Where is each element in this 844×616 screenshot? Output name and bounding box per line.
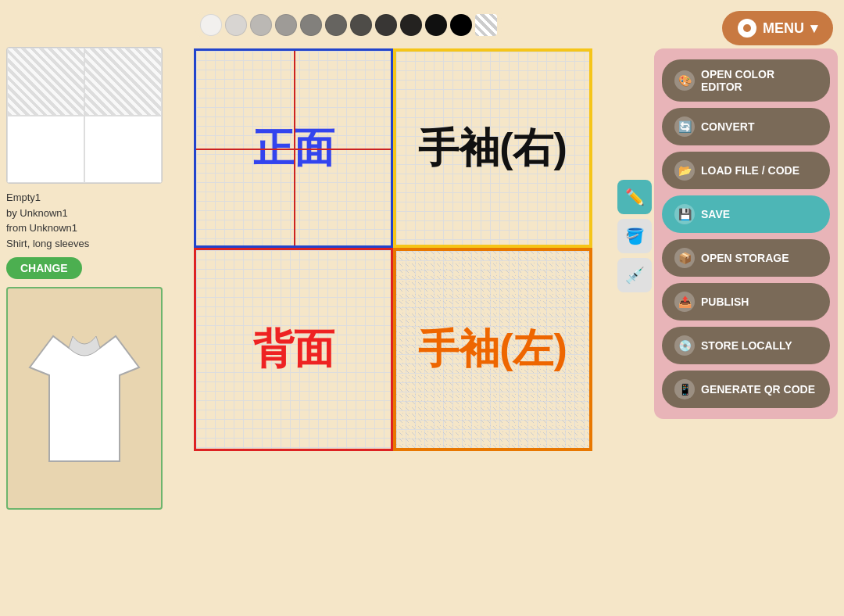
- store-locally-icon: 💿: [674, 335, 695, 356]
- change-label: CHANGE: [20, 262, 68, 274]
- store-locally-label: STORE LOCALLY: [701, 339, 792, 352]
- convert-icon: 🔄: [674, 116, 695, 137]
- sleeve-left-grid: [396, 251, 589, 448]
- front-cross-v: [294, 51, 295, 245]
- change-button[interactable]: CHANGE: [6, 257, 82, 279]
- color-editor-icon: 🎨: [674, 70, 695, 91]
- eyedropper-tool[interactable]: 💉: [617, 258, 652, 292]
- item-name: Empty1: [6, 190, 182, 206]
- generate-qr-button[interactable]: 📱 GENERATE QR CODE: [662, 371, 830, 408]
- open-color-editor-label: OPEN COLOR EDITOR: [701, 68, 817, 93]
- menu-label: MENU: [763, 20, 804, 37]
- item-by: by Unknown1: [6, 206, 182, 221]
- save-button[interactable]: 💾 SAVE: [662, 195, 830, 233]
- menu-button[interactable]: MENU ▾: [722, 11, 833, 45]
- menu-icon: [738, 19, 756, 38]
- palette-color-11[interactable]: [450, 14, 472, 36]
- pencil-icon: ✏️: [625, 188, 645, 206]
- sleeve-right-panel[interactable]: 手袖(右): [393, 48, 592, 248]
- item-type: Shirt, long sleeves: [6, 236, 182, 252]
- front-panel[interactable]: 正面: [194, 48, 393, 248]
- sidebar: Empty1 by Unknown1 from Unknown1 Shirt, …: [6, 47, 182, 510]
- preview-q1: [7, 48, 84, 116]
- load-file-icon: 📂: [674, 160, 695, 181]
- shirt-preview: [6, 287, 163, 510]
- open-color-editor-button[interactable]: 🎨 OPEN COLOR EDITOR: [662, 59, 830, 102]
- palette-color-2[interactable]: [225, 14, 247, 36]
- open-storage-label: OPEN STORAGE: [701, 252, 789, 264]
- pencil-tool[interactable]: ✏️: [617, 180, 652, 214]
- shirt-svg: [22, 321, 147, 477]
- item-from: from Unknown1: [6, 220, 182, 236]
- open-storage-icon: 📦: [674, 248, 695, 268]
- tools-bar: ✏️ 🪣 💉: [617, 180, 652, 292]
- item-preview: [6, 47, 163, 184]
- right-panel: 🎨 OPEN COLOR EDITOR 🔄 CONVERT 📂 LOAD FIL…: [654, 48, 838, 419]
- palette-color-10[interactable]: [425, 14, 447, 36]
- palette-color-4[interactable]: [275, 14, 297, 36]
- palette-color-3[interactable]: [250, 14, 272, 36]
- palette-stripe[interactable]: [475, 14, 497, 36]
- publish-icon: 📤: [674, 292, 695, 312]
- publish-button[interactable]: 📤 PUBLISH: [662, 283, 830, 321]
- palette-color-7[interactable]: [350, 14, 372, 36]
- menu-arrow: ▾: [810, 20, 817, 37]
- load-file-label: LOAD FILE / CODE: [701, 164, 799, 177]
- item-info: Empty1 by Unknown1 from Unknown1 Shirt, …: [6, 190, 182, 251]
- store-locally-button[interactable]: 💿 STORE LOCALLY: [662, 327, 830, 364]
- canvas-area: 正面 手袖(右) 背面 手袖(左): [194, 48, 608, 467]
- palette-color-1[interactable]: [200, 14, 222, 36]
- palette-color-5[interactable]: [300, 14, 322, 36]
- sleeve-left-panel[interactable]: 手袖(左): [393, 248, 592, 451]
- palette-bar: [194, 11, 503, 39]
- open-storage-button[interactable]: 📦 OPEN STORAGE: [662, 239, 830, 277]
- save-icon: 💾: [674, 204, 695, 224]
- preview-q2: [84, 48, 162, 116]
- convert-button[interactable]: 🔄 CONVERT: [662, 108, 830, 145]
- generate-qr-label: GENERATE QR CODE: [701, 383, 815, 396]
- fill-tool[interactable]: 🪣: [617, 219, 652, 253]
- save-label: SAVE: [701, 208, 730, 220]
- palette-color-8[interactable]: [375, 14, 397, 36]
- generate-qr-icon: 📱: [674, 379, 695, 399]
- back-panel[interactable]: 背面: [194, 248, 393, 451]
- fill-icon: 🪣: [625, 227, 645, 245]
- preview-q4: [84, 116, 162, 184]
- palette-color-9[interactable]: [400, 14, 422, 36]
- convert-label: CONVERT: [701, 120, 754, 133]
- back-grid: [196, 250, 391, 449]
- sleeve-right-grid: [396, 52, 589, 245]
- publish-label: PUBLISH: [701, 295, 749, 308]
- eyedropper-icon: 💉: [625, 266, 645, 285]
- palette-color-6[interactable]: [325, 14, 347, 36]
- load-file-button[interactable]: 📂 LOAD FILE / CODE: [662, 152, 830, 189]
- preview-q3: [7, 116, 84, 184]
